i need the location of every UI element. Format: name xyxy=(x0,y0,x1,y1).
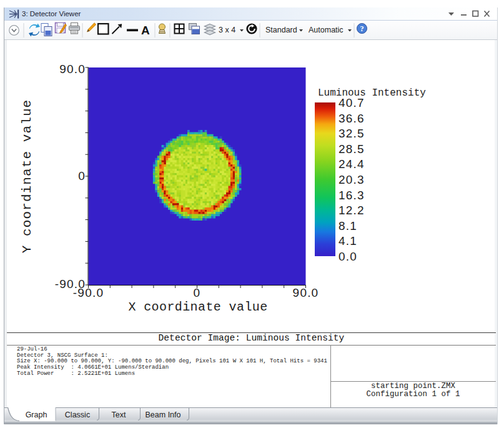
svg-text:A: A xyxy=(141,24,150,37)
svg-text:?: ? xyxy=(360,24,363,33)
